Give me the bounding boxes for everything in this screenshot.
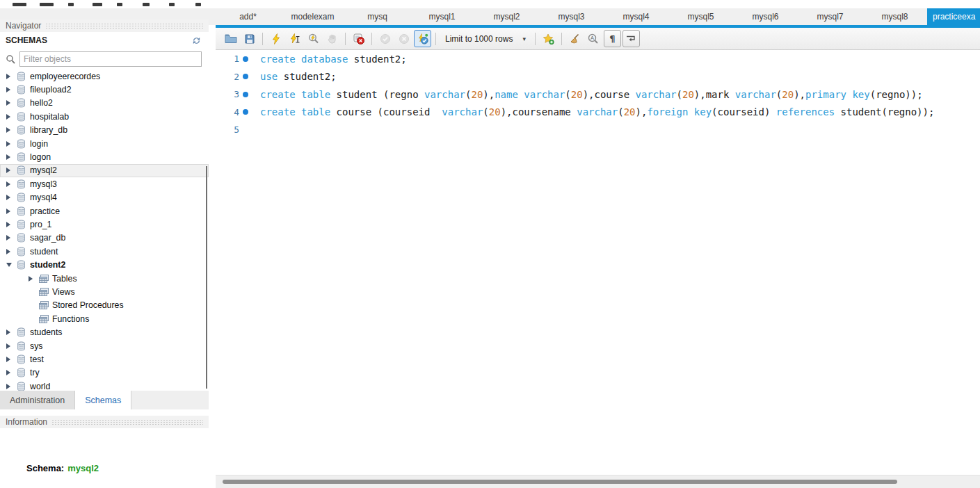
- schema-tree-item-login[interactable]: login: [0, 137, 209, 150]
- schema-tree-item-hospitalab[interactable]: hospitalab: [0, 110, 209, 123]
- open-folder-button[interactable]: [222, 30, 239, 47]
- editor-tab-mysql4[interactable]: mysql4: [604, 8, 668, 25]
- statement-marker-icon: [239, 74, 252, 79]
- database-icon: [16, 368, 30, 377]
- tree-item-label: hospitalab: [30, 112, 69, 122]
- editor-tab-mysq[interactable]: mysq: [345, 8, 410, 25]
- editor-tab-add-[interactable]: add*: [216, 8, 280, 25]
- sql-code-area[interactable]: 1create database student2;2use student2;…: [216, 50, 980, 475]
- wrap-text-button[interactable]: [622, 30, 640, 47]
- limit-rows-dropdown[interactable]: Limit to 1000 rows▾: [441, 31, 530, 47]
- main-toolbar-clipped: [0, 0, 980, 8]
- expand-arrow-icon[interactable]: [6, 114, 16, 120]
- editor-tab-mysql3[interactable]: mysql3: [539, 8, 604, 25]
- database-icon: [16, 85, 30, 95]
- schema-tree-item-mysql4[interactable]: mysql4: [0, 191, 209, 204]
- stop-on-error-button[interactable]: [350, 30, 367, 47]
- expand-arrow-icon[interactable]: [6, 370, 16, 375]
- expand-arrow-icon[interactable]: [6, 168, 16, 173]
- code-line-2[interactable]: 2use student2;: [216, 68, 980, 86]
- execute-button[interactable]: [267, 30, 284, 47]
- schema-tree-item-pro-1[interactable]: pro_1: [0, 218, 209, 231]
- editor-tab-mysql6[interactable]: mysql6: [733, 8, 798, 25]
- schema-tree-item-library-db[interactable]: library_db: [0, 124, 209, 137]
- tree-item-label: mysql3: [30, 179, 57, 189]
- expand-arrow-icon[interactable]: [6, 343, 16, 349]
- schema-tree-item-logon[interactable]: logon: [0, 150, 209, 163]
- navigator-tab-schemas[interactable]: Schemas: [75, 391, 131, 409]
- navigator-tab-administration[interactable]: Administration: [0, 391, 75, 409]
- editor-tab-modelexam[interactable]: modelexam: [280, 8, 345, 25]
- schema-tree-item-sagar-db[interactable]: sagar_db: [0, 231, 209, 245]
- new-snippet-button[interactable]: [540, 30, 557, 47]
- code-line-5[interactable]: 5: [216, 121, 980, 139]
- information-title: Information: [6, 417, 47, 427]
- expand-arrow-icon[interactable]: [6, 209, 16, 214]
- expand-arrow-icon[interactable]: [6, 127, 16, 133]
- expand-arrow-icon[interactable]: [6, 357, 16, 362]
- explain-button[interactable]: [305, 30, 322, 47]
- expand-arrow-icon[interactable]: [6, 154, 16, 160]
- schema-tree-item-test[interactable]: test: [0, 352, 209, 366]
- refresh-icon[interactable]: [191, 36, 202, 45]
- expand-arrow-icon[interactable]: [6, 87, 16, 92]
- schema-tree-item-mysql3[interactable]: mysql3: [0, 177, 209, 190]
- collapse-arrow-icon[interactable]: [6, 263, 16, 267]
- schema-tree-item-stored-procedures[interactable]: Stored Procedures: [0, 299, 209, 312]
- editor-tab-mysql1[interactable]: mysql1: [410, 8, 474, 25]
- expand-arrow-icon[interactable]: [6, 235, 16, 241]
- database-icon: [16, 206, 30, 216]
- tree-item-label: Views: [52, 287, 75, 297]
- expand-arrow-icon[interactable]: [6, 100, 16, 106]
- tree-scrollbar[interactable]: [206, 166, 207, 389]
- database-icon: [16, 112, 30, 122]
- code-line-1[interactable]: 1create database student2;: [216, 50, 980, 68]
- expand-arrow-icon[interactable]: [6, 222, 16, 227]
- database-icon: [16, 179, 30, 189]
- save-button[interactable]: [241, 30, 258, 47]
- schema-tree-item-employeerecordes[interactable]: employeerecordes: [0, 70, 209, 83]
- schema-tree-item-views[interactable]: Views: [0, 285, 209, 298]
- find-button[interactable]: A: [585, 30, 602, 47]
- tree-item-label: practice: [30, 206, 60, 216]
- toolbar-separator: [435, 33, 436, 45]
- execute-current-button[interactable]: [286, 30, 303, 47]
- tree-item-label: pro_1: [30, 220, 51, 229]
- code-line-3[interactable]: 3create table student (regno varchar(20)…: [216, 86, 980, 104]
- editor-tab-practiceexa[interactable]: practiceexa: [927, 8, 980, 25]
- editor-tab-mysql2[interactable]: mysql2: [474, 8, 539, 25]
- editor-tab-mysql8[interactable]: mysql8: [862, 8, 927, 25]
- schema-tree-item-sys[interactable]: sys: [0, 339, 209, 352]
- tree-item-label: fileupload2: [30, 85, 72, 95]
- schema-tree-item-student2[interactable]: student2: [0, 258, 209, 271]
- schema-tree-item-try[interactable]: try: [0, 366, 209, 380]
- horizontal-scrollbar-thumb[interactable]: [223, 480, 897, 484]
- expand-arrow-icon[interactable]: [6, 249, 16, 254]
- expand-arrow-icon[interactable]: [6, 181, 16, 187]
- schema-tree-item-students[interactable]: students: [0, 325, 209, 339]
- expand-arrow-icon[interactable]: [6, 74, 16, 79]
- schema-tree-item-functions[interactable]: Functions: [0, 312, 209, 325]
- schema-tree-item-hello2[interactable]: hello2: [0, 97, 209, 110]
- commit-icon: [380, 33, 391, 44]
- execute-current-icon: [289, 33, 300, 44]
- horizontal-scrollbar[interactable]: [216, 475, 980, 488]
- expand-arrow-icon[interactable]: [29, 276, 38, 282]
- beautify-button[interactable]: [566, 30, 584, 47]
- schema-tree-item-student[interactable]: student: [0, 245, 209, 258]
- schema-tree-item-tables[interactable]: Tables: [0, 272, 209, 285]
- expand-arrow-icon[interactable]: [6, 330, 16, 335]
- schema-tree-item-fileupload2[interactable]: fileupload2: [0, 83, 209, 96]
- expand-arrow-icon[interactable]: [6, 384, 16, 389]
- schema-tree-item-mysql2[interactable]: mysql2: [0, 164, 209, 177]
- expand-arrow-icon[interactable]: [6, 141, 16, 147]
- schema-tree-item-practice[interactable]: practice: [0, 204, 209, 218]
- editor-tab-mysql5[interactable]: mysql5: [668, 8, 733, 25]
- autocommit-button[interactable]: [414, 30, 431, 47]
- editor-tab-mysql7[interactable]: mysql7: [798, 8, 862, 25]
- tree-item-label: Stored Procedures: [52, 300, 124, 310]
- invisibles-button[interactable]: ¶: [604, 30, 621, 47]
- code-line-4[interactable]: 4create table course (courseid varchar(2…: [216, 104, 980, 122]
- filter-objects-input[interactable]: [19, 51, 202, 67]
- expand-arrow-icon[interactable]: [6, 195, 16, 200]
